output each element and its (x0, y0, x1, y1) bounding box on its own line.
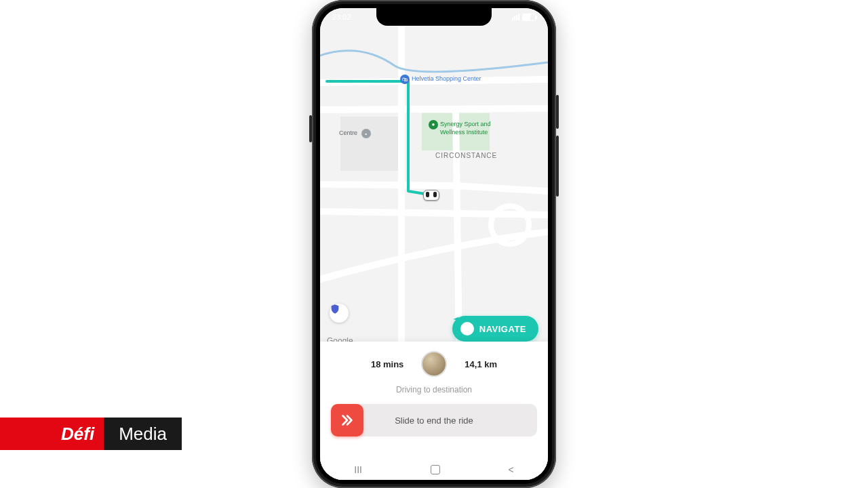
map-roads (320, 8, 548, 351)
trip-distance: 14,1 km (465, 359, 497, 369)
watermark-logo: Défi Media (0, 418, 182, 450)
side-button (556, 95, 559, 129)
android-nav-bar: III < (320, 460, 548, 480)
map-view[interactable]: 🛍Helvetia Shopping Center Centre • ●Syne… (320, 8, 548, 351)
navigate-icon (460, 322, 474, 336)
watermark-part2: Media (119, 424, 167, 445)
car-marker-icon (423, 190, 439, 201)
trip-panel: 18 mins 14,1 km Driving to destination S… (320, 342, 548, 480)
safety-shield-button[interactable] (330, 304, 349, 323)
watermark-part1: Défi (61, 424, 94, 445)
end-ride-slider[interactable]: Slide to end the ride (331, 404, 537, 436)
chevrons-right-icon (340, 413, 355, 428)
side-button (309, 115, 312, 142)
navigate-label: NAVIGATE (479, 324, 526, 334)
nav-recent-icon[interactable]: III (354, 464, 362, 475)
shield-icon (330, 304, 340, 314)
map-district-label: CIRCONSTANCE (435, 152, 497, 159)
trip-duration: 18 mins (371, 359, 403, 369)
map-poi-centre[interactable]: Centre • (339, 129, 373, 138)
map-poi-shopping[interactable]: 🛍Helvetia Shopping Center (400, 75, 481, 84)
notch (376, 8, 492, 26)
signal-icon (512, 14, 519, 20)
passenger-avatar[interactable] (421, 351, 447, 377)
trip-summary-row: 18 mins 14,1 km (371, 351, 497, 377)
slider-knob[interactable] (331, 404, 363, 436)
phone-frame: 23:02 (312, 0, 556, 488)
screen: 23:02 (320, 8, 548, 480)
map-poi-sport[interactable]: ●Synergy Sport and Wellness Institute (429, 120, 491, 136)
svg-rect-1 (340, 117, 401, 171)
side-button (556, 136, 559, 197)
navigate-button[interactable]: NAVIGATE (452, 316, 538, 342)
svg-rect-0 (320, 8, 548, 351)
nav-back-icon[interactable]: < (508, 464, 513, 475)
nav-home-icon[interactable] (431, 465, 440, 474)
battery-icon (522, 14, 536, 21)
status-time: 23:02 (332, 13, 351, 21)
slider-label: Slide to end the ride (363, 415, 537, 426)
trip-status: Driving to destination (396, 385, 472, 394)
